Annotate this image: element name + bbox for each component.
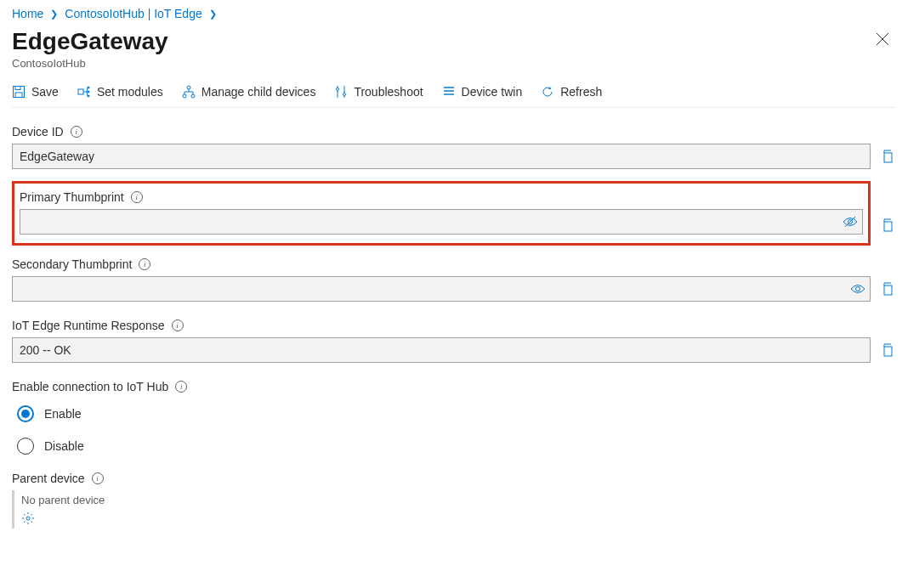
secondary-thumb-label: Secondary Thumbprint	[12, 257, 132, 271]
device-twin-button[interactable]: Device twin	[442, 85, 523, 99]
device-id-label: Device ID	[12, 125, 64, 139]
save-label: Save	[31, 85, 59, 99]
copy-secondary-button[interactable]	[879, 280, 896, 297]
refresh-button[interactable]: Refresh	[541, 85, 602, 99]
svg-rect-0	[14, 86, 25, 97]
parent-label-row: Parent device i	[12, 472, 896, 485]
info-icon[interactable]: i	[172, 319, 184, 331]
info-icon[interactable]: i	[175, 381, 187, 393]
runtime-input[interactable]: 200 -- OK	[12, 337, 871, 363]
connection-label: Enable connection to IoT Hub	[12, 380, 168, 393]
save-icon	[12, 85, 26, 99]
set-modules-button[interactable]: Set modules	[77, 85, 163, 99]
troubleshoot-label: Troubleshoot	[354, 85, 423, 99]
radio-disable-label: Disable	[44, 439, 84, 453]
manage-child-button[interactable]: Manage child devices	[182, 85, 316, 99]
parent-device-text: No parent device	[21, 494, 896, 506]
device-id-label-row: Device ID i	[12, 125, 896, 139]
radio-enable[interactable]: Enable	[17, 405, 896, 422]
manage-child-label: Manage child devices	[201, 85, 316, 99]
gear-icon	[21, 512, 35, 525]
parent-block: Parent device i No parent device	[12, 472, 896, 529]
close-button[interactable]	[869, 29, 896, 49]
breadcrumb: Home ❯ ContosoIotHub | IoT Edge ❯	[12, 5, 896, 29]
svg-rect-2	[15, 93, 22, 98]
copy-runtime-button[interactable]	[879, 342, 896, 359]
refresh-icon	[541, 85, 554, 99]
copy-icon	[881, 282, 894, 296]
page-header: EdgeGateway ContosoIotHub	[12, 29, 896, 70]
chevron-right-icon: ❯	[209, 8, 217, 20]
svg-rect-29	[884, 286, 892, 295]
copy-primary-button[interactable]	[879, 217, 896, 234]
primary-thumb-label: Primary Thumbprint	[20, 190, 124, 204]
copy-icon	[881, 218, 894, 232]
svg-point-19	[337, 88, 339, 90]
primary-thumbprint-highlight: Primary Thumbprint i	[12, 181, 871, 246]
svg-point-12	[191, 94, 195, 98]
toolbar: Save Set modules Manage child devices Tr…	[12, 85, 896, 108]
radio-enable-label: Enable	[44, 407, 82, 421]
svg-point-28	[856, 286, 860, 291]
parent-settings-button[interactable]	[21, 512, 35, 525]
copy-device-id-button[interactable]	[879, 148, 896, 165]
save-button[interactable]: Save	[12, 85, 59, 99]
eye-hidden-icon	[843, 216, 858, 228]
svg-point-11	[183, 94, 186, 98]
svg-rect-1	[15, 86, 20, 89]
radio-selected-icon	[17, 405, 34, 422]
modules-icon	[77, 85, 91, 99]
breadcrumb-home[interactable]: Home	[12, 7, 43, 20]
svg-rect-24	[884, 153, 892, 162]
primary-thumb-label-row: Primary Thumbprint i	[20, 190, 863, 204]
secondary-thumb-block: Secondary Thumbprint i	[12, 257, 896, 302]
secondary-thumb-label-row: Secondary Thumbprint i	[12, 257, 896, 271]
device-id-block: Device ID i EdgeGateway	[12, 125, 896, 169]
svg-rect-27	[884, 222, 892, 231]
connection-label-row: Enable connection to IoT Hub i	[12, 380, 896, 393]
info-icon[interactable]: i	[92, 472, 104, 484]
runtime-label-row: IoT Edge Runtime Response i	[12, 319, 896, 332]
info-icon[interactable]: i	[139, 258, 150, 270]
list-icon	[442, 85, 456, 99]
radio-disable[interactable]: Disable	[17, 438, 896, 455]
eye-icon	[850, 283, 865, 295]
hierarchy-icon	[182, 85, 196, 99]
page-title: EdgeGateway	[12, 29, 168, 55]
copy-icon	[881, 343, 894, 357]
primary-thumb-input[interactable]	[20, 209, 863, 235]
connection-block: Enable connection to IoT Hub i Enable Di…	[12, 380, 896, 455]
sliders-icon	[334, 85, 348, 99]
refresh-label: Refresh	[560, 85, 602, 99]
parent-device-box: No parent device	[12, 490, 896, 529]
svg-point-31	[26, 517, 30, 520]
runtime-label: IoT Edge Runtime Response	[12, 319, 165, 332]
svg-point-6	[88, 91, 89, 93]
close-icon	[876, 32, 889, 46]
set-modules-label: Set modules	[97, 85, 163, 99]
info-icon[interactable]: i	[71, 126, 82, 138]
svg-rect-3	[78, 89, 83, 94]
troubleshoot-button[interactable]: Troubleshoot	[334, 85, 423, 99]
svg-point-20	[343, 93, 346, 95]
chevron-right-icon: ❯	[50, 8, 58, 20]
reveal-primary-button[interactable]	[843, 214, 858, 229]
runtime-block: IoT Edge Runtime Response i 200 -- OK	[12, 319, 896, 363]
svg-point-10	[187, 86, 190, 89]
device-twin-label: Device twin	[462, 85, 523, 99]
secondary-thumb-input[interactable]	[12, 276, 871, 302]
reveal-secondary-button[interactable]	[850, 281, 865, 297]
copy-icon	[881, 150, 894, 163]
breadcrumb-hub[interactable]: ContosoIotHub | IoT Edge	[65, 7, 201, 20]
info-icon[interactable]: i	[131, 191, 143, 203]
svg-rect-30	[884, 347, 892, 356]
page-subtitle: ContosoIotHub	[12, 57, 168, 70]
connection-radio-group: Enable Disable	[12, 405, 896, 455]
device-id-input[interactable]: EdgeGateway	[12, 144, 871, 169]
parent-label: Parent device	[12, 472, 85, 485]
radio-unselected-icon	[17, 438, 34, 455]
